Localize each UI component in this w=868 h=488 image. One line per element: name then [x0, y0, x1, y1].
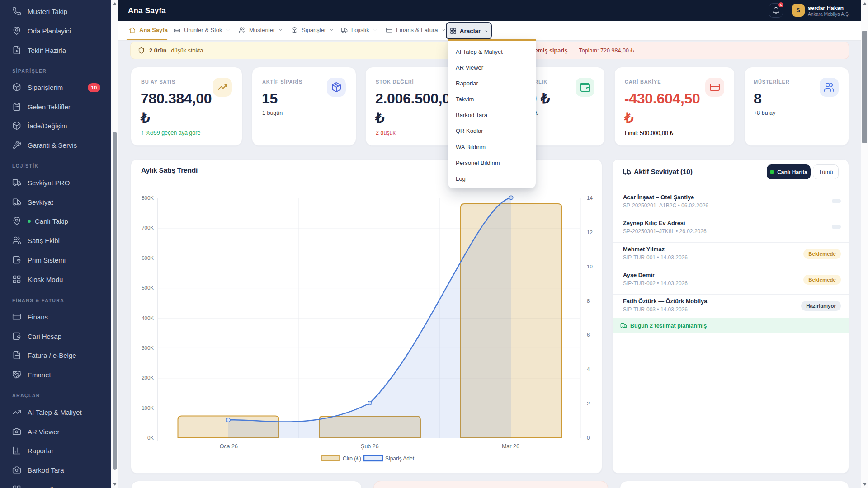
svg-text:Oca 26: Oca 26 — [220, 443, 238, 450]
svg-text:8: 8 — [587, 298, 590, 304]
svg-text:600K: 600K — [142, 255, 154, 261]
svg-text:500K: 500K — [142, 285, 154, 291]
svg-text:Ciro (₺): Ciro (₺) — [343, 455, 361, 462]
svg-text:800K: 800K — [142, 195, 154, 201]
svg-text:0: 0 — [587, 435, 590, 441]
svg-text:10: 10 — [587, 264, 593, 269]
svg-text:2: 2 — [587, 401, 590, 406]
svg-text:200K: 200K — [142, 375, 154, 380]
svg-text:Şub 26: Şub 26 — [361, 443, 379, 450]
svg-text:Sipariş Adet: Sipariş Adet — [385, 455, 415, 462]
svg-text:700K: 700K — [142, 225, 154, 230]
svg-text:6: 6 — [587, 332, 590, 338]
svg-text:0K: 0K — [147, 435, 154, 441]
svg-text:300K: 300K — [142, 345, 154, 351]
svg-text:100K: 100K — [142, 405, 154, 411]
svg-text:14: 14 — [587, 195, 593, 201]
svg-text:12: 12 — [587, 230, 593, 235]
svg-text:400K: 400K — [142, 315, 154, 321]
svg-text:Mar 26: Mar 26 — [502, 443, 519, 450]
svg-text:4: 4 — [587, 366, 590, 372]
